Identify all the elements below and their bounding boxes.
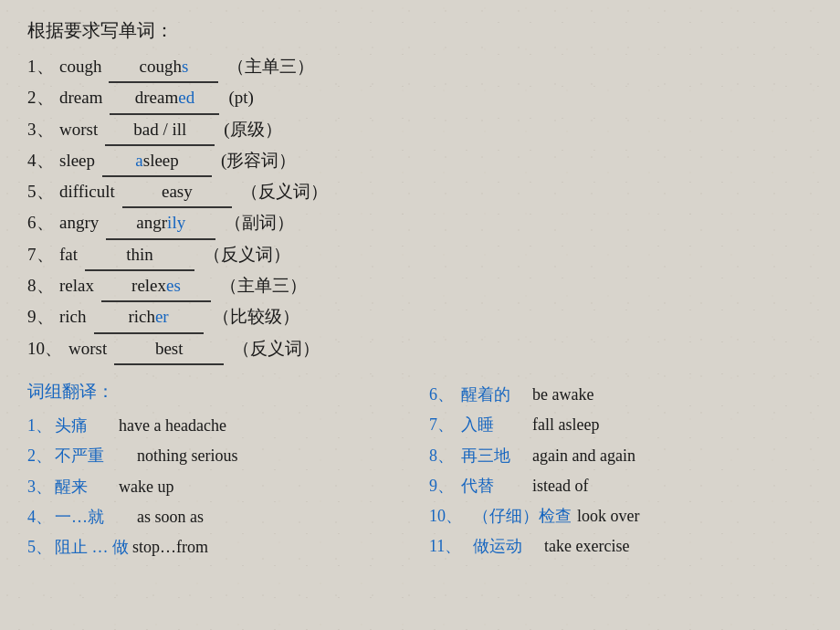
phrase-item-4: 4、 一…就 as soon as bbox=[27, 502, 402, 532]
answer-blank: best bbox=[114, 334, 224, 365]
phrase-item-2: 2、 不严重 nothing serious bbox=[27, 441, 402, 471]
item-num: 9、 bbox=[27, 302, 59, 331]
vocab-item-3: 3、 worst bad / ill (原级） bbox=[27, 115, 813, 146]
item-num: 3、 bbox=[27, 115, 59, 144]
item-num: 8、 bbox=[27, 271, 59, 300]
vocab-item-10: 10、 worst best （反义词） bbox=[27, 334, 813, 365]
phrase-section: 词组翻译： 1、 头痛 have a headache 2、 不严重 nothi… bbox=[27, 380, 813, 562]
answer-blank: relexes bbox=[101, 271, 211, 302]
item-num: 6、 bbox=[27, 208, 59, 237]
instruction-text: 根据要求写单词： bbox=[27, 18, 813, 43]
right-phrase-10: 10、 （仔细）检查 look over bbox=[429, 501, 813, 531]
vocab-section: 1、 cough coughs （主单三） 2、 dream dreamed (… bbox=[27, 52, 813, 365]
vocab-item-9: 9、 rich richer （比较级） bbox=[27, 302, 813, 333]
item-num: 2、 bbox=[27, 83, 59, 112]
answer-blank: angrily bbox=[106, 208, 215, 239]
phrase-title: 词组翻译： bbox=[27, 380, 402, 404]
vocab-item-7: 7、 fat thin （反义词） bbox=[27, 240, 813, 271]
phrase-item-1: 1、 头痛 have a headache bbox=[27, 411, 402, 441]
item-num: 5、 bbox=[27, 177, 59, 206]
phrase-item-5: 5、 阻止 … 做 stop…from bbox=[27, 532, 402, 562]
right-phrase-9: 9、 代替 istead of bbox=[429, 471, 813, 501]
answer-blank: easy bbox=[122, 177, 232, 208]
vocab-item-6: 6、 angry angrily （副词） bbox=[27, 208, 813, 239]
right-phrase-11: 11、 做运动 take exercise bbox=[429, 531, 813, 562]
answer-blank: asleep bbox=[102, 146, 212, 177]
answer-blank: richer bbox=[94, 302, 204, 333]
right-phrase-6: 6、 醒着的 be awake bbox=[429, 380, 813, 410]
right-phrases: 6、 醒着的 be awake 7、 入睡 fall asleep 8、 再三地… bbox=[420, 380, 813, 562]
answer-blank: bad / ill bbox=[105, 115, 215, 146]
vocab-item-8: 8、 relax relexes （主单三） bbox=[27, 271, 813, 302]
answer-blank: thin bbox=[85, 240, 194, 271]
vocab-item-2: 2、 dream dreamed (pt) bbox=[27, 83, 813, 114]
vocab-item-5: 5、 difficult easy （反义词） bbox=[27, 177, 813, 208]
phrase-item-3: 3、 醒来 wake up bbox=[27, 472, 402, 502]
answer-blank: dreamed bbox=[110, 83, 219, 114]
item-num: 4、 bbox=[27, 146, 59, 175]
left-phrases: 词组翻译： 1、 头痛 have a headache 2、 不严重 nothi… bbox=[27, 380, 420, 562]
right-phrase-8: 8、 再三地 again and again bbox=[429, 441, 813, 471]
item-num: 10、 bbox=[27, 334, 68, 363]
item-num: 1、 bbox=[27, 52, 59, 81]
vocab-item-1: 1、 cough coughs （主单三） bbox=[27, 52, 813, 83]
answer-blank: coughs bbox=[109, 52, 218, 83]
item-num: 7、 bbox=[27, 240, 59, 269]
vocab-item-4: 4、 sleep asleep (形容词） bbox=[27, 146, 813, 177]
right-phrase-7: 7、 入睡 fall asleep bbox=[429, 410, 813, 440]
